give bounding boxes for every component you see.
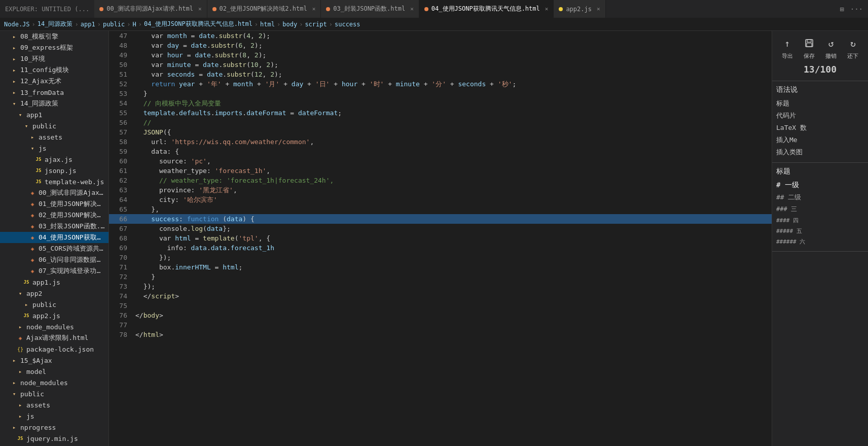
tab-close-tab5[interactable]: ✕ <box>597 6 600 12</box>
tab-tab4[interactable]: 04_使用JSONP获取腾讯天气信息.html✕ <box>419 0 554 18</box>
folder-icon-26: ▸ <box>16 323 24 331</box>
md-item-2[interactable]: LaTeX 数 <box>776 122 864 134</box>
code-line-66: 66 success: function (data) { <box>109 214 772 224</box>
sidebar-item-28[interactable]: {}package-lock.json <box>0 344 108 355</box>
tab-tab1[interactable]: 00_测试非同源Ajax请求.html✕ <box>94 0 207 18</box>
breadcrumb-item-8[interactable]: script <box>305 21 327 28</box>
sidebar-item-31[interactable]: ▸node_modules <box>0 377 108 388</box>
sidebar-item-15[interactable]: ◈01_使用JSONP解决跨域1.html <box>0 198 108 210</box>
sidebar-item-17[interactable]: ◈03_封装JSONP函数.html <box>0 221 108 232</box>
sidebar-item-30[interactable]: ▸model <box>0 366 108 377</box>
sidebar-item-5[interactable]: ▸13_fromData <box>0 87 108 98</box>
file-html-icon-27: ◈ <box>16 334 24 342</box>
sidebar-item-11[interactable]: JSajax.js <box>0 154 108 165</box>
export-action[interactable]: ↑ 导出 <box>779 35 795 60</box>
tab-dot-tab4 <box>424 7 428 11</box>
sidebar-item-7[interactable]: ▾app1 <box>0 109 108 120</box>
md-item-4[interactable]: 插入类图 <box>776 146 864 158</box>
sidebar-item-34[interactable]: ▸js <box>0 410 108 422</box>
split-editor-button[interactable]: ⊞ <box>838 4 846 14</box>
sidebar-item-14[interactable]: ◈00_测试非同源Ajax请求.html <box>0 187 108 198</box>
sidebar-item-29[interactable]: ▸15_$Ajax <box>0 355 108 366</box>
sidebar-item-16[interactable]: ◈02_使用JSONP解决跨域2.html <box>0 210 108 221</box>
code-line-47: 47 var month = date.substr(4, 2); <box>109 31 772 41</box>
tab-close-tab1[interactable]: ✕ <box>198 6 202 12</box>
more-actions-button[interactable]: ··· <box>848 4 865 14</box>
md-item-3[interactable]: 插入Me <box>776 134 864 146</box>
file-html-icon-18: ◈ <box>28 233 37 242</box>
line-content-73: }); <box>133 282 772 291</box>
code-line-69: 69 info: data.data.forecast_1h <box>109 243 772 253</box>
line-content-50: var minute = date.substr(10, 2); <box>133 60 772 70</box>
breadcrumb-item-2[interactable]: app1 <box>81 21 95 28</box>
breadcrumb-item-6[interactable]: html <box>260 21 275 28</box>
breadcrumb-item-4[interactable]: H <box>132 21 136 28</box>
sidebar-item-21[interactable]: ◈07_实现跨域登录功能.html <box>0 265 108 277</box>
sidebar-item-22[interactable]: JSapp1.js <box>0 277 108 288</box>
line-content-72: } <box>133 272 772 282</box>
sidebar-item-19[interactable]: ◈05_CORS跨域资源共享.html <box>0 243 108 254</box>
undo-action[interactable]: ↺ 撤销 <box>823 35 839 60</box>
save-action[interactable]: 保存 <box>801 35 817 60</box>
sidebar-item-1[interactable]: ▸09_express框架 <box>0 42 108 53</box>
tab-tab2[interactable]: 02_使用JSONP解决跨域2.html✕ <box>207 0 321 18</box>
sidebar-item-24[interactable]: ▸public <box>0 299 108 310</box>
breadcrumb-item-9[interactable]: success <box>335 21 360 28</box>
sidebar-item-8[interactable]: ▾public <box>0 120 108 131</box>
sidebar-item-13[interactable]: JStemplate-web.js <box>0 176 108 187</box>
folder-icon-8: ▾ <box>22 122 30 130</box>
sidebar-item-35[interactable]: ▸nprogress <box>0 422 108 433</box>
file-html-icon-17: ◈ <box>28 222 37 230</box>
code-editor[interactable]: 47 var month = date.substr(4, 2);48 var … <box>109 31 772 446</box>
tab-tab5[interactable]: app2.js✕ <box>554 0 605 18</box>
line-content-56: // <box>133 118 772 127</box>
export-icon: ↑ <box>779 35 795 51</box>
sidebar-label-10: js <box>39 145 47 152</box>
sidebar-item-20[interactable]: ◈06_访问非同源数据的服务器解... <box>0 254 108 265</box>
sidebar-item-25[interactable]: JSapp2.js <box>0 310 108 321</box>
code-line-52: 52 return year + '年' + month + '月' + day… <box>109 79 772 89</box>
sidebar-item-36[interactable]: JSjquery.min.js <box>0 433 108 444</box>
heading-item-5[interactable]: ###### 六 <box>776 236 864 247</box>
sidebar-item-32[interactable]: ▾public <box>0 388 108 399</box>
file-js-icon-25: JS <box>22 312 30 320</box>
sidebar-item-3[interactable]: ▸11_config模块 <box>0 64 108 76</box>
sidebar-label-25: app2.js <box>32 312 60 320</box>
redo-action[interactable]: ↻ 还下 <box>845 35 861 60</box>
md-item-0[interactable]: 标题 <box>776 97 864 110</box>
tab-close-tab3[interactable]: ✕ <box>410 6 414 12</box>
sidebar-item-33[interactable]: ▸assets <box>0 399 108 410</box>
sidebar-item-10[interactable]: ▾js <box>0 143 108 154</box>
breadcrumb-item-7[interactable]: body <box>282 21 297 28</box>
md-item-1[interactable]: 代码片 <box>776 110 864 122</box>
tab-close-tab2[interactable]: ✕ <box>312 6 316 12</box>
sidebar-item-4[interactable]: ▸12_Ajax无术 <box>0 76 108 87</box>
breadcrumb-item-1[interactable]: 14_同源政策 <box>38 20 73 28</box>
sidebar-item-23[interactable]: ▾app2 <box>0 288 108 299</box>
folder-icon-7: ▾ <box>16 111 24 119</box>
heading-item-0[interactable]: # 一级 <box>776 179 864 191</box>
heading-item-2[interactable]: ### 三 <box>776 203 864 215</box>
sidebar-item-18[interactable]: ◈04_使用JSONP获取腾讯天气信... <box>0 232 108 243</box>
heading-item-3[interactable]: #### 四 <box>776 215 864 226</box>
sidebar-item-9[interactable]: ▸assets <box>0 131 108 143</box>
line-num-58: 58 <box>109 137 133 147</box>
breadcrumb-item-0[interactable]: Node.JS <box>4 21 30 28</box>
breadcrumb-item-5[interactable]: 04_使用JSONP获取腾讯天气信息.html <box>144 20 252 28</box>
heading-item-1[interactable]: ## 二级 <box>776 191 864 203</box>
tab-close-tab4[interactable]: ✕ <box>545 6 549 12</box>
sidebar-item-26[interactable]: ▸node_modules <box>0 321 108 332</box>
tab-tab3[interactable]: 03_封装JSONP函数.html✕ <box>321 0 419 18</box>
sidebar-item-2[interactable]: ▸10_环境 <box>0 53 108 64</box>
sidebar-item-0[interactable]: ▸08_模板引擎 <box>0 31 108 42</box>
sidebar-item-6[interactable]: ▾14_同源政策 <box>0 98 108 109</box>
breadcrumb-item-3[interactable]: public <box>103 21 125 28</box>
heading-item-4[interactable]: ##### 五 <box>776 226 864 236</box>
sidebar-item-12[interactable]: JSjsonp.js <box>0 165 108 176</box>
code-line-77: 77 <box>109 320 772 330</box>
code-line-58: 58 url: 'https://wis.qq.com/weather/comm… <box>109 137 772 147</box>
sidebar-item-37[interactable]: JStemplate-web.js <box>0 444 108 446</box>
breadcrumb-sep-7: › <box>299 21 303 28</box>
sidebar-item-27[interactable]: ◈Ajax请求限制.html <box>0 332 108 344</box>
tabs-bar: 00_测试非同源Ajax请求.html✕02_使用JSONP解决跨域2.html… <box>94 0 835 18</box>
